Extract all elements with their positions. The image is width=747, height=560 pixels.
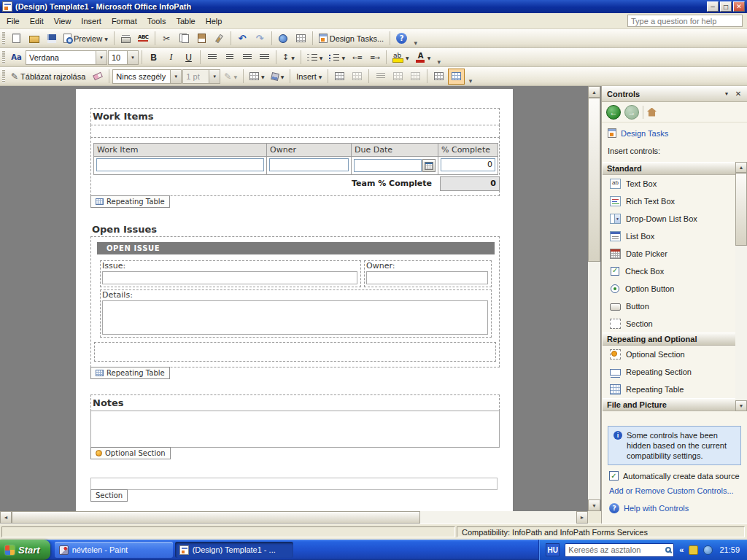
- scroll-up-button[interactable]: ▲: [735, 162, 747, 173]
- open-issues-section[interactable]: OPEN ISSUE Issue: Owner: Details:: [90, 236, 500, 368]
- open-button[interactable]: [26, 31, 42, 47]
- border-weight-combo[interactable]: 1 pt: [182, 69, 220, 84]
- close-button[interactable]: [733, 1, 745, 12]
- back-button[interactable]: ←: [606, 105, 621, 120]
- issue-input[interactable]: [102, 271, 357, 284]
- control-item-check-box[interactable]: Check Box: [603, 262, 735, 280]
- question-input[interactable]: [627, 15, 743, 27]
- work-item-input[interactable]: [96, 158, 264, 171]
- split-cells-button[interactable]: [349, 69, 365, 85]
- line-spacing-button[interactable]: [279, 50, 298, 66]
- horizontal-scrollbar[interactable]: ◄ ►: [0, 511, 588, 524]
- font-color-button[interactable]: [413, 50, 434, 66]
- paste-button[interactable]: [193, 31, 210, 47]
- toolbar-options-button[interactable]: [465, 69, 475, 85]
- vertical-scrollbar[interactable]: ▲ ▼: [588, 86, 600, 511]
- copy-button[interactable]: [176, 31, 193, 47]
- percent-complete-input[interactable]: 0: [441, 158, 495, 171]
- control-item-repeating-table[interactable]: Repeating Table: [603, 381, 735, 398]
- design-tasks-button[interactable]: Design Tasks...: [316, 31, 387, 47]
- details-input[interactable]: [102, 300, 488, 335]
- shading-button[interactable]: [268, 69, 287, 85]
- cut-button[interactable]: [158, 31, 175, 47]
- scroll-thumb[interactable]: [12, 511, 420, 524]
- scroll-thumb[interactable]: [588, 98, 600, 262]
- preview-button[interactable]: Preview: [61, 31, 111, 47]
- hyperlink-button[interactable]: [275, 31, 292, 47]
- scroll-up-button[interactable]: ▲: [588, 86, 600, 98]
- autofit-button[interactable]: [430, 69, 447, 85]
- combo-arrow-icon[interactable]: [170, 70, 181, 83]
- combo-arrow-icon[interactable]: [127, 51, 138, 64]
- toolbar-options-button[interactable]: [411, 31, 420, 47]
- maximize-button[interactable]: [720, 1, 732, 12]
- scroll-down-button[interactable]: ▼: [588, 499, 600, 511]
- underline-button[interactable]: U: [180, 50, 197, 66]
- owner-field-group[interactable]: Owner:: [364, 260, 492, 287]
- borders-button[interactable]: [247, 69, 268, 85]
- format-painter-button[interactable]: [211, 31, 228, 47]
- show-gridlines-button[interactable]: [448, 69, 465, 85]
- distribute-columns-button[interactable]: [407, 69, 424, 85]
- undo-button[interactable]: [234, 31, 251, 47]
- distribute-rows-button[interactable]: [390, 69, 406, 85]
- section-tab[interactable]: Section: [90, 489, 128, 502]
- pane-menu-button[interactable]: [721, 88, 732, 99]
- help-with-controls-link[interactable]: Help with Controls: [624, 504, 689, 513]
- details-field-group[interactable]: Details:: [100, 289, 492, 338]
- control-item-button[interactable]: Button: [603, 298, 735, 315]
- pane-close-button[interactable]: [732, 88, 744, 99]
- forward-button[interactable]: →: [624, 105, 639, 120]
- merge-cells-button[interactable]: [331, 69, 348, 85]
- collapse-tray-button[interactable]: [679, 545, 684, 554]
- scroll-thumb[interactable]: [735, 173, 747, 246]
- scroll-down-button[interactable]: ▼: [735, 400, 747, 411]
- control-item-date-picker[interactable]: Date Picker: [603, 245, 735, 262]
- help-button[interactable]: [393, 31, 410, 47]
- control-item-section[interactable]: Section: [603, 315, 735, 332]
- issue-field-group[interactable]: Issue:: [100, 260, 361, 287]
- save-button[interactable]: [43, 31, 60, 47]
- minimize-button[interactable]: [707, 1, 719, 12]
- due-date-input[interactable]: [354, 159, 422, 172]
- cell-align-button[interactable]: [372, 69, 389, 85]
- menu-tools[interactable]: Tools: [142, 14, 171, 28]
- insert-menu-button[interactable]: Insert: [293, 69, 325, 85]
- align-center-button[interactable]: [221, 50, 238, 66]
- task-button-paint[interactable]: névtelen - Paint: [55, 542, 173, 558]
- infopath-app-icon[interactable]: [2, 1, 12, 12]
- date-picker-button[interactable]: [422, 159, 436, 172]
- search-icon[interactable]: [665, 547, 671, 553]
- font-name-combo[interactable]: Verdana: [26, 50, 107, 65]
- draw-table-button[interactable]: Táblázat rajzolása: [8, 69, 88, 85]
- optional-section-tab[interactable]: Optional Section: [90, 447, 171, 459]
- control-item-list-box[interactable]: List Box: [603, 228, 735, 245]
- home-button[interactable]: [647, 108, 657, 117]
- font-size-combo[interactable]: 10: [108, 50, 139, 65]
- menu-table[interactable]: Table: [171, 14, 200, 28]
- highlight-button[interactable]: [390, 50, 412, 66]
- work-items-empty-row[interactable]: [90, 125, 500, 138]
- group-header-repeating[interactable]: Repeating and Optional: [603, 332, 735, 346]
- repeating-table-tab[interactable]: Repeating Table: [90, 367, 170, 379]
- toolbar-grip[interactable]: [2, 31, 5, 45]
- menu-format[interactable]: Format: [107, 14, 142, 28]
- scroll-left-button[interactable]: ◄: [0, 511, 12, 524]
- control-item-rich-text-box[interactable]: Rich Text Box: [603, 192, 735, 210]
- control-item-repeating-section[interactable]: Repeating Section: [603, 363, 735, 381]
- control-item-drop-down-list-box[interactable]: Drop-Down List Box: [603, 210, 735, 228]
- toolbar-grip[interactable]: [2, 50, 5, 64]
- toolbar-grip[interactable]: [2, 69, 5, 83]
- redo-button[interactable]: [252, 31, 268, 47]
- border-style-combo[interactable]: Nincs szegély: [112, 69, 182, 84]
- issue-owner-input[interactable]: [366, 271, 488, 284]
- task-button-infopath[interactable]: (Design) Template1 - ...: [175, 542, 293, 558]
- work-items-heading-box[interactable]: Work Items: [90, 108, 500, 125]
- insert-table-button[interactable]: [293, 31, 309, 47]
- notes-input[interactable]: [90, 411, 500, 448]
- menu-insert[interactable]: Insert: [76, 14, 107, 28]
- start-button[interactable]: Start: [0, 540, 50, 560]
- numbered-list-button[interactable]: [304, 50, 326, 66]
- design-tasks-link[interactable]: Design Tasks: [621, 129, 668, 138]
- control-item-option-button[interactable]: Option Button: [603, 280, 735, 298]
